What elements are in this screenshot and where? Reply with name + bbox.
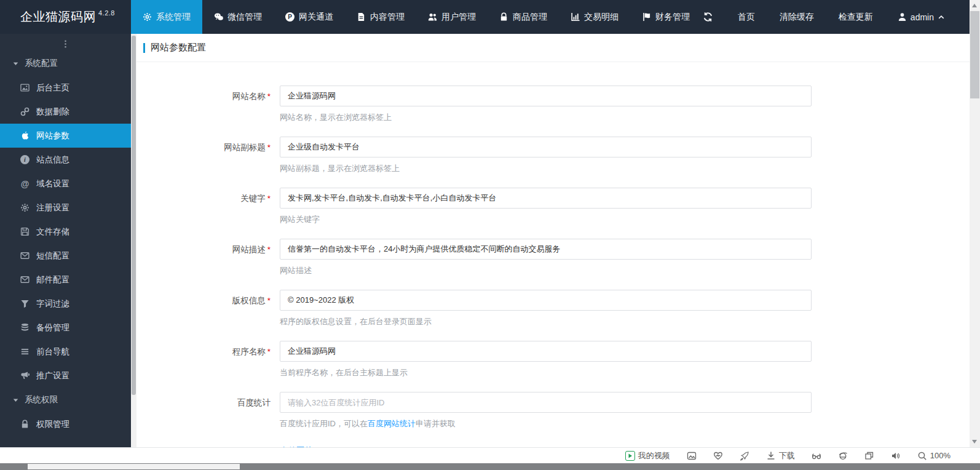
clear-cache-link[interactable]: 清除缓存 bbox=[780, 12, 814, 23]
my-video-button[interactable]: 我的视频 bbox=[625, 450, 670, 461]
gear-icon bbox=[20, 203, 30, 212]
p-circle-icon: P bbox=[285, 12, 294, 22]
sidebar-item-promotion[interactable]: 推广设置 bbox=[0, 364, 131, 388]
field-label: 网站名称 bbox=[232, 92, 266, 101]
incognito-button[interactable] bbox=[812, 451, 821, 461]
nav-item-wechat[interactable]: 微信管理 bbox=[202, 0, 274, 34]
browser-e-icon bbox=[838, 451, 848, 461]
site-name-input[interactable] bbox=[280, 86, 812, 106]
mute-button[interactable] bbox=[891, 451, 901, 461]
nav-item-system[interactable]: 系统管理 bbox=[131, 0, 202, 34]
sidebar-item-label: 域名设置 bbox=[36, 178, 69, 189]
sidebar-item-site-params[interactable]: 网站参数 bbox=[0, 124, 131, 148]
content-scrollbar-thumb[interactable] bbox=[132, 36, 136, 395]
document-icon bbox=[357, 12, 366, 22]
nav-item-label: 用户管理 bbox=[441, 12, 476, 23]
horizontal-scrollbar-thumb[interactable] bbox=[28, 464, 240, 469]
baidu-stats-input[interactable] bbox=[280, 392, 812, 413]
sidebar-item-permission-manage[interactable]: 权限管理 bbox=[0, 412, 131, 436]
boost-button[interactable] bbox=[740, 451, 749, 461]
screenshot-button[interactable] bbox=[687, 451, 697, 461]
list-icon bbox=[20, 347, 30, 356]
horizontal-scrollbar[interactable] bbox=[0, 463, 980, 470]
sidebar-section-system-permission[interactable]: 系统权限 bbox=[0, 388, 131, 412]
field-subtitle: 网站副标题* 网站副标题，显示在浏览器标签上 bbox=[136, 137, 970, 174]
page-scrollbar-thumb[interactable] bbox=[970, 11, 979, 98]
field-hint: 网站副标题，显示在浏览器标签上 bbox=[280, 163, 812, 174]
envelope-icon bbox=[20, 275, 30, 284]
nav-item-finance[interactable]: 财务管理 bbox=[630, 0, 701, 34]
nav-item-user[interactable]: 用户管理 bbox=[416, 0, 488, 34]
content-scrollbar[interactable] bbox=[131, 34, 136, 463]
restore-window-button[interactable] bbox=[864, 451, 874, 461]
health-button[interactable] bbox=[713, 451, 723, 461]
finance-flag-icon bbox=[642, 12, 651, 22]
nav-item-trade[interactable]: 交易明细 bbox=[559, 0, 630, 34]
home-link[interactable]: 首页 bbox=[738, 12, 755, 23]
field-label: 网站描述 bbox=[232, 245, 266, 254]
download-button[interactable]: 下载 bbox=[766, 450, 795, 461]
sidebar-item-word-filter[interactable]: 字词过滤 bbox=[0, 292, 131, 316]
required-marker: * bbox=[267, 347, 271, 356]
sidebar-collapse-toggle[interactable] bbox=[0, 34, 131, 51]
sidebar-item-sms-config[interactable]: 短信配置 bbox=[0, 244, 131, 268]
field-site-name: 网站名称* 网站名称，显示在浏览器标签上 bbox=[136, 86, 970, 123]
scroll-down-arrow-icon[interactable] bbox=[972, 440, 977, 444]
subtitle-input[interactable] bbox=[280, 137, 812, 157]
user-menu[interactable]: admin bbox=[898, 12, 945, 22]
sidebar-item-domain-settings[interactable]: @ 域名设置 bbox=[0, 172, 131, 196]
sidebar-item-backup[interactable]: 备份管理 bbox=[0, 316, 131, 340]
program-name-input[interactable] bbox=[280, 341, 812, 362]
sidebar-item-site-info[interactable]: i 站点信息 bbox=[0, 148, 131, 172]
sidebar-item-label: 推广设置 bbox=[36, 370, 69, 381]
sidebar-item-register-settings[interactable]: 注册设置 bbox=[0, 196, 131, 220]
ie-mode-button[interactable] bbox=[838, 451, 848, 461]
sidebar-item-label: 后台主页 bbox=[36, 82, 69, 94]
browser-statusbar: 我的视频 下载 100% bbox=[0, 447, 980, 463]
image-icon bbox=[20, 83, 30, 92]
zoom-control[interactable]: 100% bbox=[917, 451, 950, 461]
copyright-input[interactable] bbox=[280, 290, 812, 311]
keywords-input[interactable] bbox=[280, 188, 812, 209]
sidebar-item-front-nav[interactable]: 前台导航 bbox=[0, 340, 131, 364]
gear-icon bbox=[143, 12, 152, 22]
play-icon bbox=[625, 451, 635, 461]
check-update-link[interactable]: 检查更新 bbox=[839, 12, 873, 23]
field-hint: 网站关键字 bbox=[280, 214, 812, 225]
page-scrollbar[interactable] bbox=[970, 0, 980, 447]
scroll-up-arrow-icon[interactable] bbox=[972, 4, 977, 7]
magnifier-icon bbox=[917, 451, 927, 461]
nav-item-gateway[interactable]: P 网关通道 bbox=[274, 0, 345, 34]
nav-item-content[interactable]: 内容管理 bbox=[345, 0, 416, 34]
bullhorn-icon bbox=[20, 371, 30, 380]
save-icon bbox=[20, 227, 30, 236]
nav-item-label: 交易明细 bbox=[584, 12, 618, 23]
nav-item-label: 系统管理 bbox=[156, 12, 191, 23]
sidebar-item-mail-config[interactable]: 邮件配置 bbox=[0, 268, 131, 292]
refresh-icon[interactable] bbox=[703, 12, 713, 22]
sidebar-item-file-storage[interactable]: 文件存储 bbox=[0, 220, 131, 244]
upload-image-link[interactable]: 上传图片 bbox=[280, 443, 313, 447]
rocket-icon bbox=[740, 451, 749, 461]
sidebar-item-label: 备份管理 bbox=[36, 322, 69, 333]
field-label: 程序名称 bbox=[232, 347, 266, 356]
sidebar-item-label: 网站参数 bbox=[36, 130, 69, 141]
image-icon bbox=[687, 451, 697, 461]
lock-icon bbox=[499, 12, 508, 22]
sidebar-item-label: 前台导航 bbox=[36, 346, 69, 357]
nav-item-label: 商品管理 bbox=[513, 12, 547, 23]
link-icon bbox=[20, 107, 30, 116]
description-input[interactable] bbox=[280, 239, 812, 260]
sidebar-section-system-config[interactable]: 系统配置 bbox=[0, 51, 131, 76]
sidebar-item-label: 短信配置 bbox=[36, 250, 69, 261]
glasses-icon bbox=[812, 451, 821, 461]
page-title: 网站参数配置 bbox=[151, 42, 206, 54]
sidebar-item-dashboard[interactable]: 后台主页 bbox=[0, 76, 131, 100]
field-hint: 申请并获取 bbox=[416, 419, 456, 428]
nav-item-goods[interactable]: 商品管理 bbox=[488, 0, 559, 34]
sidebar-item-data-delete[interactable]: 数据删除 bbox=[0, 100, 131, 124]
baidu-stats-link[interactable]: 百度网站统计 bbox=[368, 419, 416, 428]
nav-item-label: 微信管理 bbox=[227, 12, 262, 23]
field-copyright: 版权信息* 程序的版权信息设置，在后台登录页面显示 bbox=[136, 290, 970, 327]
field-baidu-stats: 百度统计 百度统计应用ID，可以在百度网站统计申请并获取 bbox=[136, 392, 970, 429]
